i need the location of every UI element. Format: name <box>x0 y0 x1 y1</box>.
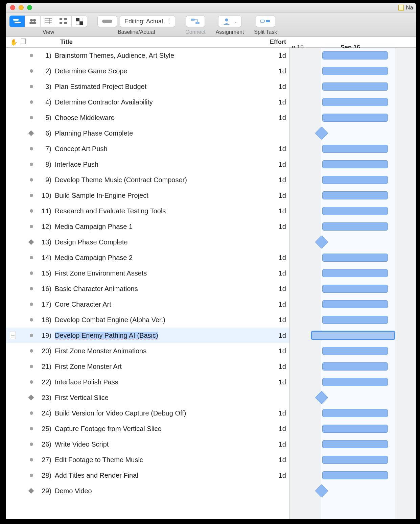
task-title[interactable]: Determine Contractor Availability <box>53 98 253 106</box>
task-row[interactable]: 20)First Zone Monster Animations1d <box>6 343 289 359</box>
task-effort[interactable]: 1d <box>253 378 289 386</box>
task-effort[interactable]: 1d <box>253 223 289 231</box>
task-row[interactable]: 8)Interface Push1d <box>6 157 289 172</box>
task-effort[interactable]: 1d <box>253 332 289 339</box>
task-row[interactable]: 9)Develop Theme Music (Contract Composer… <box>6 172 289 188</box>
gantt-bar[interactable] <box>322 67 388 75</box>
gantt-bar[interactable] <box>322 98 388 106</box>
task-row[interactable]: 22)Interface Polish Pass1d <box>6 374 289 390</box>
task-effort[interactable]: 1d <box>253 67 289 75</box>
editing-mode-button[interactable]: Editing: Actual ⌃⌄ <box>120 16 175 27</box>
task-row[interactable]: 24)Build Version for Video Capture (Debu… <box>6 405 289 421</box>
task-effort[interactable]: 1d <box>253 347 289 355</box>
task-row[interactable]: 25)Capture Footage from Vertical Slice1d <box>6 421 289 436</box>
task-title[interactable]: First Zone Monster Art <box>53 363 253 371</box>
task-title[interactable]: Interface Polish Pass <box>53 378 253 386</box>
gantt-bar[interactable] <box>322 222 388 231</box>
task-effort[interactable]: 1d <box>253 114 289 122</box>
gantt-bar[interactable] <box>322 347 388 355</box>
zoom-button[interactable] <box>27 5 32 10</box>
gantt-bar[interactable] <box>322 362 388 371</box>
task-row[interactable]: 19)Develop Enemy Pathing AI (Basic)1d <box>6 328 289 343</box>
gantt-bar[interactable] <box>311 331 395 339</box>
task-title[interactable]: Media Campaign Phase 1 <box>53 223 253 231</box>
gantt-bar[interactable] <box>322 285 388 293</box>
gantt-bar[interactable] <box>322 145 388 153</box>
task-row[interactable]: 5)Choose Middleware1d <box>6 110 289 125</box>
task-row[interactable]: 12)Media Campaign Phase 11d <box>6 219 289 234</box>
task-title[interactable]: Brainstorm Themes, Audience, Art Style <box>53 52 253 59</box>
task-row[interactable]: 3)Plan Estimated Project Budget1d <box>6 79 289 94</box>
title-column-header[interactable]: Title <box>37 39 253 46</box>
task-title[interactable]: Edit Footage to Theme Music <box>53 456 253 464</box>
gantt-bar[interactable] <box>322 269 388 277</box>
task-row[interactable]: 16)Basic Character Animations1d <box>6 281 289 296</box>
gantt-bar[interactable] <box>322 471 388 479</box>
view-gantt-button[interactable] <box>9 16 25 27</box>
task-row[interactable]: 27)Edit Footage to Theme Music1d <box>6 452 289 468</box>
connect-button[interactable] <box>186 16 205 27</box>
task-effort[interactable]: 1d <box>253 285 289 293</box>
task-title[interactable]: Capture Footage from Vertical Slice <box>53 425 253 433</box>
task-effort[interactable]: 1d <box>253 207 289 215</box>
task-effort[interactable]: 1d <box>253 472 289 479</box>
minimize-button[interactable] <box>19 5 24 10</box>
split-task-button[interactable] <box>256 16 275 27</box>
view-styles-button[interactable] <box>72 16 87 27</box>
task-title[interactable]: Develop Combat Engine (Alpha Ver.) <box>53 316 253 324</box>
gantt-bar[interactable] <box>322 409 388 417</box>
task-row[interactable]: 21)First Zone Monster Art1d <box>6 359 289 374</box>
task-effort[interactable]: 1d <box>253 301 289 308</box>
task-title[interactable]: Interface Push <box>53 161 253 168</box>
gantt-bar[interactable] <box>322 51 388 59</box>
task-title[interactable]: Plan Estimated Project Budget <box>53 83 253 91</box>
gantt-bar[interactable] <box>322 82 388 91</box>
view-calendar-button[interactable] <box>41 16 56 27</box>
gantt-bar[interactable] <box>322 378 388 386</box>
gantt-bar[interactable] <box>322 160 388 168</box>
task-title[interactable]: Core Character Art <box>53 301 253 308</box>
task-title[interactable]: Media Campaign Phase 2 <box>53 254 253 262</box>
task-row[interactable]: 7)Concept Art Push1d <box>6 141 289 157</box>
hand-icon[interactable]: ✋ <box>10 39 18 46</box>
effort-column-header[interactable]: Effort <box>253 39 289 46</box>
task-title[interactable]: First Zone Environment Assets <box>53 269 253 277</box>
view-resources-button[interactable] <box>25 16 41 27</box>
task-title[interactable]: Demo Video <box>53 487 253 495</box>
task-row[interactable]: 26)Write Video Script1d <box>6 436 289 452</box>
gantt-bar[interactable] <box>322 456 388 464</box>
task-title[interactable]: Add Titles and Render Final <box>53 472 253 479</box>
view-network-button[interactable] <box>56 16 72 27</box>
task-title[interactable]: Build Version for Video Capture (Debug O… <box>53 409 253 417</box>
task-row[interactable]: 10)Build Sample In-Engine Project1d <box>6 188 289 203</box>
task-title[interactable]: Develop Theme Music (Contract Composer) <box>53 176 253 184</box>
gantt-bar[interactable] <box>322 191 388 199</box>
task-title[interactable]: Planning Phase Complete <box>53 129 253 137</box>
gantt-bar[interactable] <box>322 300 388 308</box>
task-title[interactable]: Research and Evaluate Testing Tools <box>53 207 253 215</box>
task-effort[interactable]: 1d <box>253 363 289 371</box>
task-title[interactable]: Write Video Script <box>53 440 253 448</box>
task-row[interactable]: 15)First Zone Environment Assets1d <box>6 265 289 281</box>
gantt-bar[interactable] <box>322 114 388 122</box>
task-title[interactable]: Choose Middleware <box>53 114 253 122</box>
gantt-bar[interactable] <box>322 176 388 184</box>
note-icon[interactable] <box>10 332 16 339</box>
task-effort[interactable]: 1d <box>253 409 289 417</box>
task-effort[interactable]: 1d <box>253 161 289 168</box>
task-title[interactable]: Concept Art Push <box>53 145 253 153</box>
task-row[interactable]: 14)Media Campaign Phase 21d <box>6 250 289 265</box>
task-effort[interactable]: 1d <box>253 176 289 184</box>
task-title[interactable]: Build Sample In-Engine Project <box>53 192 253 199</box>
task-effort[interactable]: 1d <box>253 316 289 324</box>
baseline-pill-button[interactable] <box>97 16 117 27</box>
task-outline[interactable]: 1)Brainstorm Themes, Audience, Art Style… <box>6 48 289 519</box>
gantt-bar[interactable] <box>322 316 388 324</box>
gantt-bar[interactable] <box>322 425 388 433</box>
gantt-bar[interactable] <box>322 207 388 215</box>
task-title[interactable]: Develop Enemy Pathing AI (Basic) <box>53 332 253 339</box>
task-effort[interactable]: 1d <box>253 269 289 277</box>
task-title[interactable]: Determine Game Scope <box>53 67 253 75</box>
task-effort[interactable]: 1d <box>253 192 289 199</box>
task-row[interactable]: 4)Determine Contractor Availability1d <box>6 94 289 110</box>
